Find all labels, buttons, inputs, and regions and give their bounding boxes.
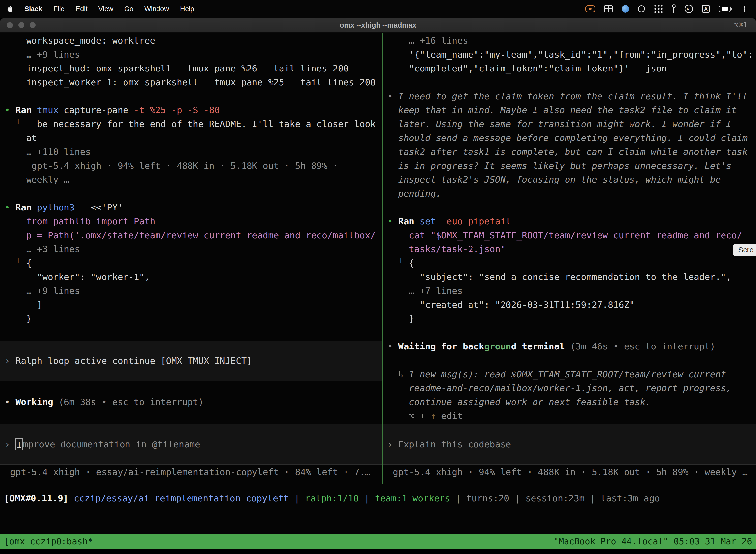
terminal-line: should send a message before completing … — [387, 131, 756, 145]
terminal-line: … +9 lines — [5, 48, 382, 62]
omx-status-pane: [OMX#0.11.9] cczip/essay/ai-reimplementa… — [0, 484, 756, 534]
blank-line — [387, 201, 756, 214]
terminal-line: '{"team_name":"my-team","task_id":"1","f… — [387, 48, 756, 62]
terminal-line: • Waiting for background terminal (3m 46… — [387, 340, 756, 353]
terminal-line: at — [5, 131, 382, 145]
terminal-line: inspect task2's JSON, focusing on the st… — [387, 173, 756, 187]
terminal-line: … +7 lines — [387, 284, 756, 298]
terminal-line: is in progress? It seems likely but perh… — [387, 159, 756, 173]
ralph-status-banner[interactable]: › Ralph loop active continue [OMX_TMUX_I… — [0, 340, 382, 381]
blank-line — [387, 353, 756, 367]
blank-line — [5, 381, 382, 395]
terminal-line: later. Using the same for transition mig… — [387, 117, 756, 131]
control-center-icon[interactable] — [740, 6, 749, 12]
terminal-line: └ be necessary for the end of the README… — [5, 117, 382, 131]
terminal-line: weekly … — [5, 173, 382, 187]
screen-capture-tooltip: Scre — [733, 244, 756, 256]
window-title: omx --xhigh --madmax — [339, 21, 416, 29]
menu-item-help[interactable]: Help — [180, 5, 194, 13]
menu-item-view[interactable]: View — [99, 5, 113, 13]
key-icon[interactable] — [672, 4, 676, 13]
composer-input-left[interactable]: › Improve documentation in @filename — [0, 424, 382, 465]
minimize-button[interactable] — [18, 22, 24, 28]
terminal-line: • Working (6m 38s • esc to interrupt) — [5, 395, 382, 409]
pane-footer-line: gpt-5.4 xhigh · 94% left · 488K in · 5.1… — [387, 465, 756, 479]
blank-line — [5, 326, 382, 340]
close-button[interactable] — [7, 22, 13, 28]
menu-item-file[interactable]: File — [53, 5, 64, 13]
blank-line — [387, 326, 756, 340]
terminal-pane-right[interactable]: … +16 lines '{"team_name":"my-team","tas… — [383, 33, 756, 484]
terminal-line: } — [387, 312, 756, 326]
macos-menu-bar: Slack FileEditViewGoWindowHelp 61A — [0, 0, 756, 18]
terminal-line: "worker": "worker-1", — [5, 270, 382, 284]
prompt-text: › Ralph loop active continue [OMX_TMUX_I… — [5, 354, 252, 368]
terminal-line: … +3 lines — [5, 242, 382, 256]
prompt-text: › Improve documentation in @filename — [5, 437, 200, 451]
battery-icon[interactable] — [719, 6, 731, 12]
blank-line — [5, 187, 382, 201]
menu-item-go[interactable]: Go — [124, 5, 133, 13]
window-titlebar[interactable]: omx --xhigh --madmax ⌥⌘1 — [0, 18, 756, 33]
tmux-session: workspace_mode: worktree … +9 lines insp… — [0, 33, 756, 484]
blank-line — [5, 409, 382, 423]
terminal-line: "subject": "send a concise recommendatio… — [387, 270, 756, 284]
terminal-line: ↳ 1 new msg(s): read $OMX_TEAM_STATE_ROO… — [387, 367, 756, 381]
terminal-line: "created_at": "2026-03-31T11:59:27.816Z" — [387, 298, 756, 312]
terminal-line: tasks/task-2.json" — [387, 242, 756, 256]
menu-item-edit[interactable]: Edit — [75, 5, 87, 13]
terminal-pane-left[interactable]: workspace_mode: worktree … +9 lines insp… — [0, 33, 382, 484]
terminal-line: p = Path('.omx/state/team/review-current… — [5, 228, 382, 242]
terminal-line: continue assigned work or next feasible … — [387, 395, 756, 409]
terminal-line: task2 after task1 is complete, but can I… — [387, 145, 756, 159]
tmux-status-bar: [omx-cczip0:bash* "MacBook-Pro-44.local"… — [0, 534, 756, 549]
terminal-line: readme-and-reco/mailbox/worker-1.json, a… — [387, 381, 756, 395]
shield-icon[interactable] — [622, 5, 629, 13]
window-shortcut-hint: ⌥⌘1 — [734, 20, 748, 29]
terminal-window: omx --xhigh --madmax ⌥⌘1 workspace_mode:… — [0, 18, 756, 554]
terminal-line: cat "$OMX_TEAM_STATE_ROOT/team/review-cu… — [387, 228, 756, 242]
active-app-name[interactable]: Slack — [24, 5, 43, 13]
blank-line — [387, 75, 756, 89]
ring-icon[interactable] — [638, 5, 645, 12]
terminal-line: gpt-5.4 xhigh · 94% left · 488K in · 5.1… — [5, 159, 382, 173]
table-grid-icon[interactable] — [604, 5, 613, 12]
terminal-line: • I need to get the claim token from the… — [387, 89, 756, 103]
terminal-line: "completed","claim_token":"claim-token"}… — [387, 62, 756, 75]
apple-menu-icon[interactable] — [7, 5, 13, 13]
terminal-line: ⌥ + ↑ edit — [387, 409, 756, 423]
terminal-line: } — [5, 312, 382, 326]
terminal-line: … +16 lines — [387, 34, 756, 48]
pane-footer-line: gpt-5.4 xhigh · essay/ai-reimplementatio… — [5, 465, 382, 479]
terminal-line: • Ran python3 - <<'PY' — [5, 201, 382, 214]
terminal-line: • Ran tmux capture-pane -t %25 -p -S -80 — [5, 103, 382, 117]
terminal-line: ] — [5, 298, 382, 312]
terminal-line: workspace_mode: worktree — [5, 34, 382, 48]
blank-line — [5, 89, 382, 103]
terminal-line: • Ran set -euo pipefail — [387, 214, 756, 228]
dots-grid-icon[interactable] — [654, 4, 663, 14]
terminal-line: … +110 lines — [5, 145, 382, 159]
gauge-icon[interactable]: 61 — [685, 5, 693, 13]
terminal-line: from pathlib import Path — [5, 214, 382, 228]
terminal-line: inspect_worker-1: omx sparkshell --tmux-… — [5, 75, 382, 89]
terminal-line: inspect_hud: omx sparkshell --tmux-pane … — [5, 62, 382, 75]
zoom-button[interactable] — [30, 22, 36, 28]
screen-recording-icon[interactable] — [585, 5, 595, 12]
prompt-text: › Explain this codebase — [387, 437, 511, 451]
terminal-line: └ { — [5, 256, 382, 270]
menu-item-window[interactable]: Window — [144, 5, 169, 13]
window-bottom-filler — [0, 549, 756, 554]
tmux-host-clock: "MacBook-Pro-44.local" 05:03 31-Mar-26 — [553, 536, 752, 546]
terminal-line: pending. — [387, 187, 756, 201]
terminal-line: └ { — [387, 256, 756, 270]
terminal-line: … +9 lines — [5, 284, 382, 298]
terminal-line: keep that in mind. Maybe I also need the… — [387, 103, 756, 117]
tmux-session-label: [omx-cczip0:bash* — [4, 536, 93, 546]
input-source-icon[interactable]: A — [702, 5, 710, 13]
omx-status-line: [OMX#0.11.9] cczip/essay/ai-reimplementa… — [4, 491, 756, 505]
composer-input-right[interactable]: › Explain this codebase — [383, 424, 756, 465]
